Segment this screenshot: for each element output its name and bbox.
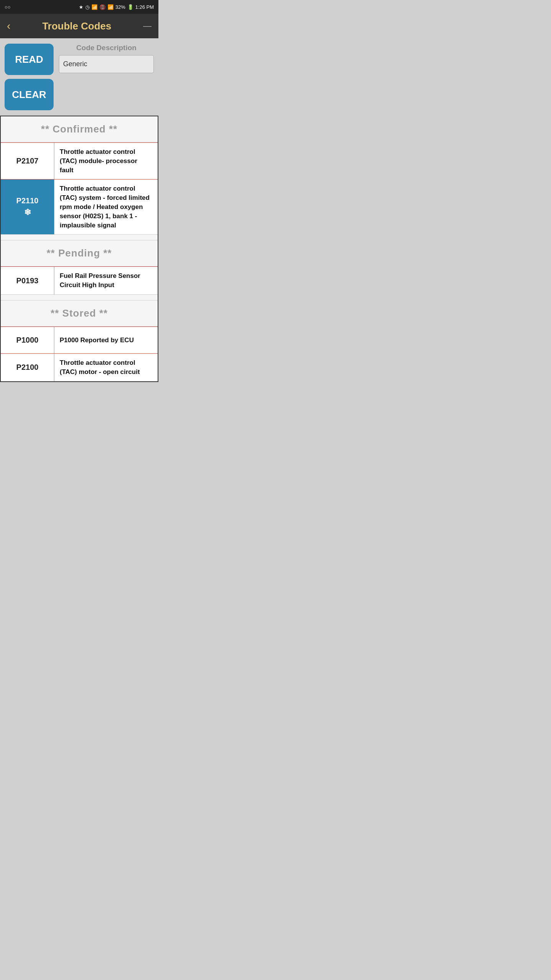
confirmed-section-header: ** Confirmed ** xyxy=(1,116,158,142)
clear-button[interactable]: CLEAR xyxy=(5,79,54,110)
desc-cell-p2107: Throttle actuator control (TAC) module- … xyxy=(54,143,158,179)
code-cell-p1000[interactable]: P1000 xyxy=(1,327,54,353)
time-display: 1:26 PM xyxy=(135,4,154,10)
top-controls: READ CLEAR Code Description xyxy=(0,38,158,116)
code-cell-p0193[interactable]: P0193 xyxy=(1,267,54,294)
code-desc-label: Code Description xyxy=(59,44,154,53)
alarm-icon: ◷ xyxy=(85,4,90,10)
section-gap-stored xyxy=(1,294,158,301)
table-row: P1000 P1000 Reported by ECU xyxy=(1,327,158,353)
code-cell-p2110[interactable]: P2110 ❄ xyxy=(1,180,54,234)
table-row: P0193 Fuel Rail Pressure Sensor Circuit … xyxy=(1,266,158,294)
action-buttons: READ CLEAR xyxy=(5,44,54,110)
battery-icon: 🔋 xyxy=(127,4,134,10)
section-gap-pending xyxy=(1,234,158,240)
code-label-p2110: P2110 xyxy=(16,196,39,205)
table-row: P2100 Throttle actuator control (TAC) mo… xyxy=(1,353,158,381)
trouble-codes-table: ** Confirmed ** P2107 Throttle actuator … xyxy=(0,116,158,382)
signal-icon: 📶 xyxy=(108,4,114,10)
desc-cell-p0193: Fuel Rail Pressure Sensor Circuit High I… xyxy=(54,267,158,294)
back-button[interactable]: ‹ xyxy=(7,21,10,31)
table-row: P2110 ❄ Throttle actuator control (TAC) … xyxy=(1,179,158,234)
read-button[interactable]: READ xyxy=(5,44,54,75)
code-desc-input[interactable] xyxy=(59,55,154,73)
page-title: Trouble Codes xyxy=(10,20,143,32)
table-row: P2107 Throttle actuator control (TAC) mo… xyxy=(1,142,158,179)
battery-text: 32% xyxy=(116,4,126,10)
status-left: ○○ xyxy=(5,4,11,10)
nosim-icon: 📵 xyxy=(99,4,106,10)
minimize-button[interactable]: — xyxy=(143,21,152,31)
code-description-panel: Code Description xyxy=(59,44,154,73)
code-cell-p2100[interactable]: P2100 xyxy=(1,354,54,381)
voicemail-icon: ○○ xyxy=(5,4,11,10)
desc-cell-p2100: Throttle actuator control (TAC) motor - … xyxy=(54,354,158,381)
desc-cell-p1000: P1000 Reported by ECU xyxy=(54,327,158,353)
desc-cell-p2110: Throttle actuator control (TAC) system -… xyxy=(54,180,158,234)
pending-section-header: ** Pending ** xyxy=(1,240,158,266)
bluetooth-icon: ★ xyxy=(79,4,83,10)
app-header: ‹ Trouble Codes — xyxy=(0,14,158,38)
stored-section-header: ** Stored ** xyxy=(1,301,158,327)
status-bar: ○○ ★ ◷ 📶 📵 📶 32% 🔋 1:26 PM xyxy=(0,0,158,14)
code-cell-p2107[interactable]: P2107 xyxy=(1,143,54,179)
snowflake-icon: ❄ xyxy=(24,207,31,217)
status-right: ★ ◷ 📶 📵 📶 32% 🔋 1:26 PM xyxy=(79,4,154,10)
wifi-icon: 📶 xyxy=(91,4,98,10)
